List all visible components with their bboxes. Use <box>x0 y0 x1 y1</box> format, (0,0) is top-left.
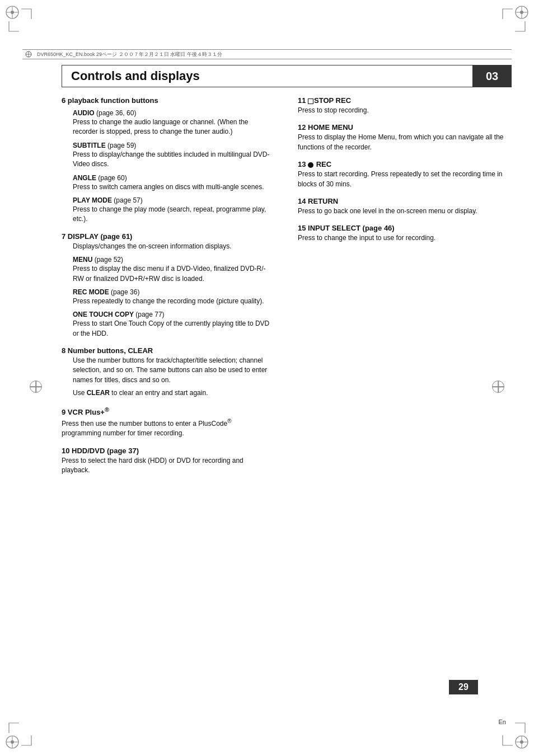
section-12: 12 HOME MENU Press to display the Home M… <box>298 123 506 152</box>
section-15-title: 15 INPUT SELECT (page 46) <box>298 224 506 232</box>
section-8-desc: Use the number buttons for track/chapter… <box>73 356 270 385</box>
section-9-num: 9 <box>62 408 68 416</box>
section-10-desc: Press to select the hard disk (HDD) or D… <box>62 456 270 476</box>
svg-point-11 <box>11 740 14 744</box>
chapter-badge: 03 <box>472 65 512 87</box>
section-7-display-label: DISPLAY <box>68 232 99 241</box>
section-14-desc: Press to go back one level in the on-scr… <box>298 206 506 216</box>
section-6-title: 6 playback function buttons <box>62 96 270 105</box>
section-14-num: 14 <box>298 197 308 205</box>
section-7-num: 7 <box>62 232 68 241</box>
section-9-label: VCR Plus+® <box>68 408 109 416</box>
svg-point-3 <box>11 11 14 14</box>
corner-decoration-bl <box>4 719 35 752</box>
section-10: 10 HDD/DVD (page 37) Press to select the… <box>62 447 270 476</box>
section-11-desc: Press to stop recording. <box>298 106 506 115</box>
section-9-desc: Press then use the number buttons to ent… <box>62 417 270 439</box>
rec-circle-icon <box>308 162 313 168</box>
audio-desc: Press to change the audio language or ch… <box>73 118 270 137</box>
section-15: 15 INPUT SELECT (page 46) Press to chang… <box>298 224 506 243</box>
section-8-label: Number buttons, CLEAR <box>68 346 153 355</box>
section-9: 9 VCR Plus+® Press then use the number b… <box>62 406 270 439</box>
title-box: Controls and displays <box>62 65 472 87</box>
rec-mode-desc: Press repeatedly to change the recording… <box>73 297 270 306</box>
section-7-title: 7 DISPLAY (page 61) <box>62 232 270 241</box>
page-number-box: 29 <box>449 680 478 694</box>
section-11: 11 STOP REC Press to stop recording. <box>298 96 506 115</box>
page-number-container: 29 En <box>499 717 506 725</box>
corner-decoration-tl <box>4 4 35 37</box>
section-14-title: 14 RETURN <box>298 197 506 205</box>
subtitle-label: SUBTITLE (page 59) <box>73 142 270 149</box>
header-bar: DVR650HK_KC_EN.book 29ページ ２００７年２月２１日 水曜日… <box>22 49 512 59</box>
section-8-clear-desc: Use CLEAR to clear an entry and start ag… <box>73 388 270 398</box>
svg-point-7 <box>520 11 523 14</box>
menu-desc: Press to display the disc menu if a DVD-… <box>73 264 270 284</box>
section-10-num: 10 <box>62 447 72 455</box>
section-12-label: HOME MENU <box>308 123 353 132</box>
section-13-num: 13 <box>298 160 308 168</box>
section-9-title: 9 VCR Plus+® <box>62 406 270 416</box>
section-15-desc: Press to change the input to use for rec… <box>298 233 506 243</box>
section-7-items: MENU (page 52) Press to display the disc… <box>73 256 270 339</box>
menu-label: MENU (page 52) <box>73 256 270 264</box>
section-7-desc: Displays/changes the on-screen informati… <box>73 242 270 251</box>
page-number: 29 <box>458 682 469 692</box>
section-7: 7 DISPLAY (page 61) Displays/changes the… <box>62 232 270 339</box>
section-10-label: HDD/DVD <box>72 447 105 455</box>
section-11-label: STOP REC <box>314 96 351 105</box>
section-6-items: AUDIO (page 36, 60) Press to change the … <box>73 109 270 224</box>
section-12-title: 12 HOME MENU <box>298 123 506 132</box>
corner-decoration-tr <box>499 4 530 37</box>
audio-label: AUDIO (page 36, 60) <box>73 109 270 117</box>
section-10-title: 10 HDD/DVD (page 37) <box>62 447 270 455</box>
section-8-title: 8 Number buttons, CLEAR <box>62 346 270 355</box>
section-13-title: 13 REC <box>298 160 506 168</box>
stop-icon <box>308 98 313 104</box>
registration-mark-left <box>30 381 42 393</box>
section-13-label: REC <box>316 160 331 168</box>
section-13: 13 REC Press to start recording. Press r… <box>298 160 506 189</box>
section-12-desc: Press to display the Home Menu, from whi… <box>298 133 506 152</box>
section-14-label: RETURN <box>308 197 338 205</box>
angle-label: ANGLE (page 60) <box>73 174 270 182</box>
section-6-label: playback function buttons <box>68 96 158 105</box>
main-content: 6 playback function buttons AUDIO (page … <box>62 96 506 711</box>
section-8-num: 8 <box>62 346 68 355</box>
file-info-text: DVR650HK_KC_EN.book 29ページ ２００７年２月２１日 水曜日… <box>37 51 222 58</box>
title-section: Controls and displays 03 <box>62 65 512 87</box>
section-11-title: 11 STOP REC <box>298 96 506 105</box>
left-column: 6 playback function buttons AUDIO (page … <box>62 96 275 711</box>
page-title: Controls and displays <box>71 69 461 83</box>
right-column: 11 STOP REC Press to stop recording. 12 … <box>292 96 506 711</box>
section-6-num: 6 <box>62 96 68 105</box>
subtitle-desc: Press to display/change the subtitles in… <box>73 150 270 170</box>
play-mode-desc: Press to change the play mode (search, r… <box>73 205 270 224</box>
section-13-desc: Press to start recording. Press repeated… <box>298 170 506 189</box>
section-14: 14 RETURN Press to go back one level in … <box>298 197 506 216</box>
angle-desc: Press to switch camera angles on discs w… <box>73 182 270 192</box>
page-lang: En <box>499 719 506 725</box>
one-touch-copy-label: ONE TOUCH COPY (page 77) <box>73 311 270 318</box>
section-15-label: INPUT SELECT <box>308 224 360 232</box>
crosshair-left <box>25 50 32 58</box>
rec-mode-label: REC MODE (page 36) <box>73 288 270 296</box>
section-11-num: 11 <box>298 96 308 105</box>
section-15-num: 15 <box>298 224 308 232</box>
play-mode-label: PLAY MODE (page 57) <box>73 196 270 204</box>
section-8: 8 Number buttons, CLEAR Use the number b… <box>62 346 270 398</box>
section-6: 6 playback function buttons AUDIO (page … <box>62 96 270 224</box>
svg-point-15 <box>520 740 523 744</box>
one-touch-copy-desc: Press to start One Touch Copy of the cur… <box>73 319 270 339</box>
section-12-num: 12 <box>298 123 308 132</box>
